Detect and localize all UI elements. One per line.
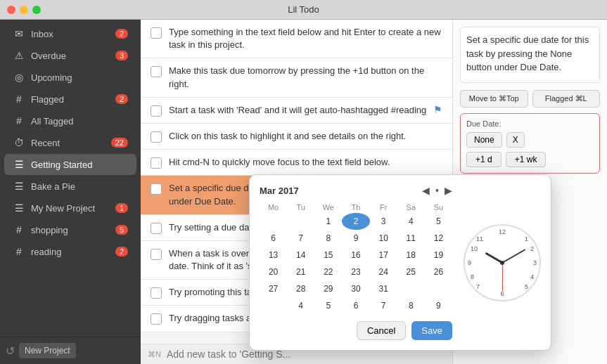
sidebar-icon-shopping: # [13, 224, 25, 235]
sidebar-item-upcoming[interactable]: ◎ Upcoming [4, 67, 136, 88]
sidebar: ✉ Inbox 2 ⚠ Overdue 3 ◎ Upcoming # Flagg… [0, 20, 141, 364]
calendar-day[interactable]: 8 [397, 297, 425, 314]
calendar-day[interactable]: 16 [342, 247, 369, 264]
task-item[interactable]: Hit cmd-N to quickly move focus to the t… [141, 150, 452, 176]
new-project-button[interactable]: New Project [19, 343, 76, 358]
calendar-day[interactable]: 1 [314, 213, 342, 230]
calendar-day[interactable]: 24 [370, 264, 397, 280]
calendar-day[interactable]: 6 [342, 297, 369, 314]
calendar-body: 1234567891011121314151617181920212223242… [260, 213, 452, 314]
calendar-day[interactable]: 28 [287, 280, 314, 297]
titlebar: Lil Todo [0, 0, 607, 20]
calendar-day[interactable]: 5 [314, 297, 342, 314]
task-checkbox[interactable] [151, 223, 162, 234]
calendar-day[interactable]: 7 [287, 230, 314, 247]
calendar-day[interactable]: 15 [314, 247, 342, 264]
task-item[interactable]: Make this task due tomorrow by pressing … [141, 58, 452, 97]
sidebar-label-upcoming: Upcoming [31, 72, 128, 83]
calendar-day[interactable]: 5 [425, 213, 452, 230]
task-item[interactable]: Type something in the text field below a… [141, 20, 452, 58]
sidebar-item-inbox[interactable]: ✉ Inbox 2 [4, 23, 136, 44]
calendar-day[interactable]: 3 [370, 213, 397, 230]
task-checkbox[interactable] [151, 27, 162, 39]
flagged-button[interactable]: Flagged ⌘L [532, 90, 601, 108]
app-title: Lil Todo [288, 4, 319, 15]
calendar-day[interactable]: 19 [425, 247, 452, 264]
sidebar-label-my-new-project: My New Project [31, 203, 115, 214]
sidebar-label-inbox: Inbox [31, 29, 115, 39]
task-item[interactable]: Start a task with 'Read' and it will get… [141, 98, 452, 124]
clock-num-4: 4 [530, 273, 534, 280]
calendar-day[interactable]: 2 [342, 213, 369, 230]
move-to-top-button[interactable]: Move to ⌘Top [460, 90, 528, 108]
cancel-button[interactable]: Cancel [357, 321, 406, 340]
calendar-day[interactable]: 31 [370, 280, 397, 297]
sidebar-item-recent[interactable]: ⏱ Recent 22 [4, 132, 136, 153]
calendar-day[interactable]: 17 [370, 247, 397, 264]
close-button[interactable] [7, 6, 15, 14]
plus1wk-button[interactable]: +1 wk [506, 152, 547, 167]
calendar-day[interactable]: 23 [342, 264, 369, 280]
calendar-day[interactable]: 7 [370, 297, 397, 314]
calendar-day[interactable]: 27 [260, 280, 287, 297]
sidebar-item-reading[interactable]: # reading 2 [4, 241, 136, 262]
task-checkbox[interactable] [151, 183, 162, 195]
calendar-day[interactable]: 14 [287, 247, 314, 264]
calendar-day[interactable]: 12 [425, 230, 452, 247]
task-item[interactable]: Click on this task to highlight it and s… [141, 124, 452, 150]
task-checkbox[interactable] [151, 66, 162, 77]
plus1d-button[interactable]: +1 d [466, 152, 501, 167]
task-text: Make this task due tomorrow by pressing … [169, 65, 442, 90]
calendar-day [287, 213, 314, 230]
calendar-day[interactable]: 6 [260, 230, 287, 247]
sidebar-label-getting-started: Getting Started [31, 160, 128, 170]
sidebar-item-flagged[interactable]: # Flagged 2 [4, 89, 136, 110]
sidebar-item-bake-a-pie[interactable]: ☰ Bake a Pie [4, 176, 136, 197]
task-checkbox[interactable] [151, 313, 162, 325]
calendar-day[interactable]: 29 [314, 280, 342, 297]
calendar-day[interactable]: 8 [314, 230, 342, 247]
calendar-day[interactable]: 4 [287, 297, 314, 314]
calendar-dot[interactable]: • [435, 185, 439, 196]
maximize-button[interactable] [32, 6, 41, 14]
calendar-day[interactable]: 9 [342, 230, 369, 247]
calendar-day[interactable]: 10 [370, 230, 397, 247]
refresh-icon[interactable]: ↺ [6, 344, 15, 358]
minimize-button[interactable] [20, 6, 28, 14]
calendar-day[interactable]: 21 [287, 264, 314, 280]
calendar-next-button[interactable]: ▶ [445, 185, 452, 196]
calendar-day[interactable]: 9 [425, 297, 452, 314]
sidebar-item-my-new-project[interactable]: ☰ My New Project 1 [4, 197, 136, 219]
calendar-left: Mar 2017 ◀ • ▶ MoTuWeThFrSaSu 1234567891… [260, 185, 452, 340]
cal-day-header: Fr [370, 202, 397, 213]
task-checkbox[interactable] [151, 157, 162, 169]
none-button[interactable]: None [466, 132, 502, 148]
clear-due-date-button[interactable]: X [506, 132, 525, 148]
sidebar-item-getting-started[interactable]: ☰ Getting Started [4, 154, 136, 175]
calendar-prev-button[interactable]: ◀ [422, 185, 430, 196]
calendar-day[interactable]: 26 [425, 264, 452, 280]
calendar-day[interactable]: 25 [397, 264, 425, 280]
cal-day-header: Mo [260, 202, 287, 213]
calendar-day[interactable]: 20 [260, 264, 287, 280]
calendar-day[interactable]: 22 [314, 264, 342, 280]
calendar-day[interactable]: 18 [397, 247, 425, 264]
task-checkbox[interactable] [151, 287, 162, 299]
sidebar-icon-reading: # [13, 246, 25, 257]
task-checkbox[interactable] [151, 131, 162, 143]
sidebar-icon-overdue: ⚠ [13, 50, 25, 61]
calendar-week-row: 12345 [260, 213, 452, 230]
right-panel: Set a specific due date for this task by… [452, 20, 607, 364]
sidebar-item-alltagged[interactable]: # All Tagged [4, 110, 136, 131]
save-button[interactable]: Save [411, 321, 452, 340]
sidebar-item-shopping[interactable]: # shopping 5 [4, 219, 136, 240]
task-checkbox[interactable] [151, 105, 162, 117]
calendar-day[interactable]: 30 [342, 280, 369, 297]
sidebar-item-overdue[interactable]: ⚠ Overdue 3 [4, 45, 136, 66]
calendar-day[interactable]: 13 [260, 247, 287, 264]
calendar-day[interactable]: 4 [397, 213, 425, 230]
clock-num-6: 6 [500, 290, 504, 297]
calendar-day[interactable]: 11 [397, 230, 425, 247]
task-checkbox[interactable] [151, 249, 162, 260]
calendar-header: Mar 2017 ◀ • ▶ [260, 185, 452, 196]
